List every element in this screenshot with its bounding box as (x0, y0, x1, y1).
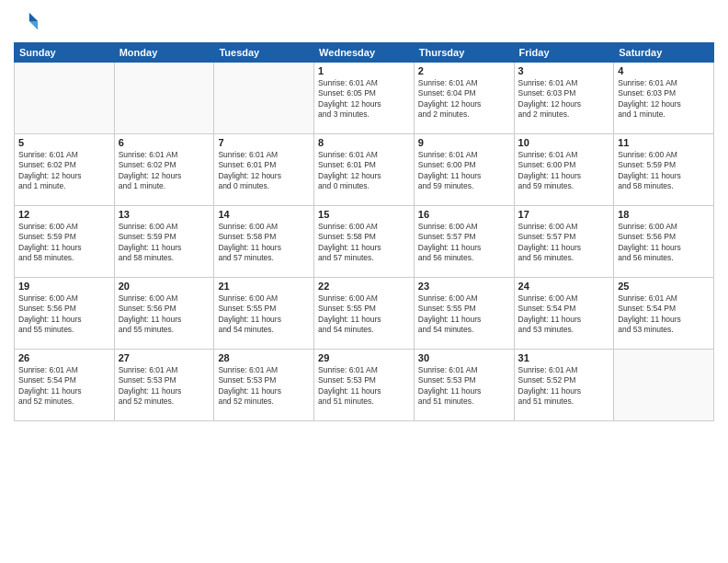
day-number: 2 (418, 65, 510, 76)
calendar-cell (15, 63, 115, 134)
calendar-cell: 10Sunrise: 6:01 AM Sunset: 6:00 PM Dayli… (514, 134, 614, 206)
calendar-week-0: 1Sunrise: 6:01 AM Sunset: 6:05 PM Daylig… (15, 63, 714, 134)
day-info: Sunrise: 6:00 AM Sunset: 5:56 PM Dayligh… (119, 293, 210, 336)
calendar-cell (614, 350, 714, 421)
day-info: Sunrise: 6:00 AM Sunset: 5:59 PM Dayligh… (119, 222, 210, 264)
day-number: 21 (218, 281, 310, 292)
calendar-cell: 17Sunrise: 6:00 AM Sunset: 5:57 PM Dayli… (514, 206, 614, 278)
day-number: 29 (318, 352, 410, 363)
calendar-cell (214, 63, 314, 134)
calendar-cell: 27Sunrise: 6:01 AM Sunset: 5:53 PM Dayli… (114, 350, 214, 421)
day-number: 11 (618, 137, 710, 148)
calendar-cell: 21Sunrise: 6:00 AM Sunset: 5:55 PM Dayli… (214, 278, 314, 350)
calendar-cell: 12Sunrise: 6:00 AM Sunset: 5:59 PM Dayli… (15, 206, 115, 278)
calendar-cell: 20Sunrise: 6:00 AM Sunset: 5:56 PM Dayli… (114, 278, 214, 350)
day-number: 15 (318, 209, 410, 220)
calendar-cell: 29Sunrise: 6:01 AM Sunset: 5:53 PM Dayli… (314, 350, 415, 421)
weekday-thursday: Thursday (414, 43, 514, 63)
calendar-cell: 13Sunrise: 6:00 AM Sunset: 5:59 PM Dayli… (114, 206, 214, 278)
calendar-cell: 26Sunrise: 6:01 AM Sunset: 5:54 PM Dayli… (15, 350, 115, 421)
day-number: 23 (418, 281, 510, 292)
weekday-tuesday: Tuesday (214, 43, 314, 63)
calendar-week-4: 26Sunrise: 6:01 AM Sunset: 5:54 PM Dayli… (15, 350, 714, 421)
day-info: Sunrise: 6:00 AM Sunset: 5:59 PM Dayligh… (618, 150, 710, 192)
day-number: 16 (418, 209, 510, 220)
calendar-cell: 19Sunrise: 6:00 AM Sunset: 5:56 PM Dayli… (15, 278, 115, 350)
calendar-cell: 18Sunrise: 6:00 AM Sunset: 5:56 PM Dayli… (614, 206, 714, 278)
day-info: Sunrise: 6:00 AM Sunset: 5:58 PM Dayligh… (218, 222, 310, 264)
header (14, 9, 714, 35)
day-info: Sunrise: 6:00 AM Sunset: 5:58 PM Dayligh… (318, 222, 410, 264)
calendar-week-3: 19Sunrise: 6:00 AM Sunset: 5:56 PM Dayli… (15, 278, 714, 350)
day-info: Sunrise: 6:01 AM Sunset: 5:54 PM Dayligh… (18, 365, 110, 408)
day-number: 20 (119, 281, 210, 292)
calendar-cell: 28Sunrise: 6:01 AM Sunset: 5:53 PM Dayli… (214, 350, 314, 421)
day-info: Sunrise: 6:01 AM Sunset: 6:05 PM Dayligh… (318, 78, 410, 121)
calendar-cell: 14Sunrise: 6:00 AM Sunset: 5:58 PM Dayli… (214, 206, 314, 278)
day-info: Sunrise: 6:00 AM Sunset: 5:54 PM Dayligh… (518, 293, 610, 336)
day-info: Sunrise: 6:01 AM Sunset: 5:52 PM Dayligh… (518, 365, 610, 408)
day-info: Sunrise: 6:00 AM Sunset: 5:57 PM Dayligh… (518, 222, 610, 264)
calendar-cell: 30Sunrise: 6:01 AM Sunset: 5:53 PM Dayli… (414, 350, 514, 421)
day-info: Sunrise: 6:01 AM Sunset: 6:00 PM Dayligh… (518, 150, 610, 192)
day-info: Sunrise: 6:01 AM Sunset: 6:01 PM Dayligh… (318, 150, 410, 192)
weekday-header-row: SundayMondayTuesdayWednesdayThursdayFrid… (15, 43, 714, 63)
day-info: Sunrise: 6:00 AM Sunset: 5:57 PM Dayligh… (418, 222, 510, 264)
day-info: Sunrise: 6:01 AM Sunset: 6:01 PM Dayligh… (218, 150, 310, 192)
svg-marker-1 (29, 21, 38, 29)
calendar-cell: 22Sunrise: 6:00 AM Sunset: 5:55 PM Dayli… (314, 278, 415, 350)
day-info: Sunrise: 6:01 AM Sunset: 5:53 PM Dayligh… (418, 365, 510, 408)
calendar-cell: 15Sunrise: 6:00 AM Sunset: 5:58 PM Dayli… (314, 206, 415, 278)
logo (14, 9, 43, 35)
day-number: 1 (318, 65, 410, 76)
day-number: 13 (119, 209, 210, 220)
calendar-cell: 25Sunrise: 6:01 AM Sunset: 5:54 PM Dayli… (614, 278, 714, 350)
day-number: 27 (119, 352, 210, 363)
day-info: Sunrise: 6:01 AM Sunset: 6:00 PM Dayligh… (418, 150, 510, 192)
calendar-cell: 24Sunrise: 6:00 AM Sunset: 5:54 PM Dayli… (514, 278, 614, 350)
day-number: 18 (618, 209, 710, 220)
weekday-sunday: Sunday (15, 43, 115, 63)
day-number: 14 (218, 209, 310, 220)
day-number: 9 (418, 137, 510, 148)
svg-marker-0 (29, 13, 38, 21)
day-info: Sunrise: 6:00 AM Sunset: 5:56 PM Dayligh… (618, 222, 710, 264)
calendar-cell: 2Sunrise: 6:01 AM Sunset: 6:04 PM Daylig… (414, 63, 514, 134)
weekday-friday: Friday (514, 43, 614, 63)
calendar-cell: 8Sunrise: 6:01 AM Sunset: 6:01 PM Daylig… (314, 134, 415, 206)
day-number: 7 (218, 137, 310, 148)
day-number: 17 (518, 209, 610, 220)
calendar-cell: 4Sunrise: 6:01 AM Sunset: 6:03 PM Daylig… (614, 63, 714, 134)
day-number: 6 (119, 137, 210, 148)
day-info: Sunrise: 6:00 AM Sunset: 5:55 PM Dayligh… (218, 293, 310, 336)
calendar-table: SundayMondayTuesdayWednesdayThursdayFrid… (14, 42, 714, 421)
day-number: 4 (618, 65, 710, 76)
calendar-cell: 3Sunrise: 6:01 AM Sunset: 6:03 PM Daylig… (514, 63, 614, 134)
day-info: Sunrise: 6:01 AM Sunset: 5:53 PM Dayligh… (119, 365, 210, 408)
page: SundayMondayTuesdayWednesdayThursdayFrid… (0, 0, 728, 563)
weekday-saturday: Saturday (614, 43, 714, 63)
calendar-cell: 11Sunrise: 6:00 AM Sunset: 5:59 PM Dayli… (614, 134, 714, 206)
day-info: Sunrise: 6:01 AM Sunset: 6:02 PM Dayligh… (18, 150, 110, 192)
day-info: Sunrise: 6:01 AM Sunset: 6:02 PM Dayligh… (119, 150, 210, 192)
day-number: 12 (18, 209, 110, 220)
day-number: 3 (518, 65, 610, 76)
day-number: 31 (518, 352, 610, 363)
calendar-cell: 16Sunrise: 6:00 AM Sunset: 5:57 PM Dayli… (414, 206, 514, 278)
day-number: 26 (18, 352, 110, 363)
calendar-week-2: 12Sunrise: 6:00 AM Sunset: 5:59 PM Dayli… (15, 206, 714, 278)
weekday-monday: Monday (114, 43, 214, 63)
calendar-cell: 23Sunrise: 6:00 AM Sunset: 5:55 PM Dayli… (414, 278, 514, 350)
calendar-cell: 31Sunrise: 6:01 AM Sunset: 5:52 PM Dayli… (514, 350, 614, 421)
day-number: 28 (218, 352, 310, 363)
day-info: Sunrise: 6:00 AM Sunset: 5:59 PM Dayligh… (18, 222, 110, 264)
calendar-week-1: 5Sunrise: 6:01 AM Sunset: 6:02 PM Daylig… (15, 134, 714, 206)
day-number: 5 (18, 137, 110, 148)
calendar-cell (114, 63, 214, 134)
logo-icon (14, 9, 40, 35)
day-number: 22 (318, 281, 410, 292)
day-info: Sunrise: 6:00 AM Sunset: 5:56 PM Dayligh… (18, 293, 110, 336)
day-number: 8 (318, 137, 410, 148)
day-info: Sunrise: 6:00 AM Sunset: 5:55 PM Dayligh… (418, 293, 510, 336)
day-info: Sunrise: 6:00 AM Sunset: 5:55 PM Dayligh… (318, 293, 410, 336)
